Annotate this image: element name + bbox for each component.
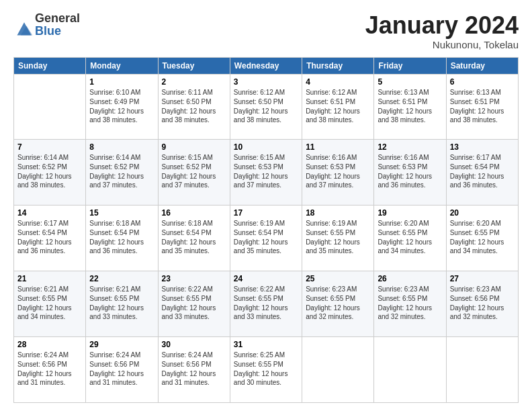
day-info: Sunrise: 6:16 AMSunset: 6:53 PMDaylight:… xyxy=(378,153,442,189)
daylight-text: Daylight: 12 hours and 33 minutes. xyxy=(89,304,154,321)
day-info: Sunrise: 6:24 AMSunset: 6:56 PMDaylight:… xyxy=(89,351,154,387)
logo-line1: General xyxy=(35,12,80,25)
calendar-cell: 8Sunrise: 6:14 AMSunset: 6:52 PMDaylight… xyxy=(86,140,158,205)
daylight-text: Daylight: 12 hours and 36 minutes. xyxy=(450,172,515,189)
sunrise-text: Sunrise: 6:22 AM xyxy=(234,285,298,294)
sunrise-text: Sunrise: 6:25 AM xyxy=(234,351,298,360)
calendar-cell: 20Sunrise: 6:20 AMSunset: 6:55 PMDayligh… xyxy=(446,205,518,271)
sunset-text: Sunset: 6:56 PM xyxy=(162,360,226,369)
title-block: January 2024 Nukunonu, Tokelau xyxy=(365,12,519,50)
day-number: 14 xyxy=(17,208,82,218)
day-info: Sunrise: 6:14 AMSunset: 6:52 PMDaylight:… xyxy=(89,153,154,189)
sunset-text: Sunset: 6:54 PM xyxy=(162,228,226,238)
sunrise-text: Sunrise: 6:12 AM xyxy=(234,88,298,97)
day-number: 26 xyxy=(378,274,442,283)
day-info: Sunrise: 6:24 AMSunset: 6:56 PMDaylight:… xyxy=(162,351,226,387)
location-subtitle: Nukunonu, Tokelau xyxy=(365,39,519,50)
sunrise-text: Sunrise: 6:14 AM xyxy=(17,153,82,163)
day-number: 27 xyxy=(450,274,515,283)
sunset-text: Sunset: 6:55 PM xyxy=(234,360,298,369)
week-row-3: 14Sunrise: 6:17 AMSunset: 6:54 PMDayligh… xyxy=(14,205,519,271)
sunset-text: Sunset: 6:54 PM xyxy=(89,228,154,238)
daylight-text: Daylight: 12 hours and 38 minutes. xyxy=(17,172,82,189)
daylight-text: Daylight: 12 hours and 33 minutes. xyxy=(162,304,226,321)
sunset-text: Sunset: 6:56 PM xyxy=(450,294,515,304)
day-number: 28 xyxy=(17,340,82,349)
sunset-text: Sunset: 6:53 PM xyxy=(234,163,298,172)
weekday-header-saturday: Saturday xyxy=(446,57,518,74)
page: General Blue January 2024 Nukunonu, Toke… xyxy=(0,0,532,411)
calendar-cell xyxy=(446,337,518,403)
sunrise-text: Sunrise: 6:15 AM xyxy=(162,153,226,163)
sunset-text: Sunset: 6:55 PM xyxy=(234,294,298,304)
calendar-cell: 26Sunrise: 6:23 AMSunset: 6:55 PMDayligh… xyxy=(374,271,446,337)
sunrise-text: Sunrise: 6:16 AM xyxy=(306,153,370,163)
sunset-text: Sunset: 6:51 PM xyxy=(450,97,515,107)
day-number: 29 xyxy=(89,340,154,349)
sunset-text: Sunset: 6:54 PM xyxy=(17,228,82,238)
day-number: 3 xyxy=(234,77,298,87)
calendar-cell: 22Sunrise: 6:21 AMSunset: 6:55 PMDayligh… xyxy=(86,271,158,337)
calendar-cell: 9Sunrise: 6:15 AMSunset: 6:52 PMDaylight… xyxy=(158,140,230,205)
weekday-header-monday: Monday xyxy=(86,57,158,74)
day-number: 6 xyxy=(450,77,515,87)
sunset-text: Sunset: 6:50 PM xyxy=(234,97,298,107)
logo-icon xyxy=(15,19,34,38)
day-number: 5 xyxy=(378,77,442,87)
sunset-text: Sunset: 6:55 PM xyxy=(450,228,515,238)
day-number: 24 xyxy=(234,274,298,283)
sunset-text: Sunset: 6:54 PM xyxy=(450,163,515,172)
day-number: 10 xyxy=(234,142,298,152)
day-info: Sunrise: 6:17 AMSunset: 6:54 PMDaylight:… xyxy=(450,153,515,189)
sunrise-text: Sunrise: 6:14 AM xyxy=(89,153,154,163)
weekday-header-sunday: Sunday xyxy=(14,57,86,74)
calendar-cell: 16Sunrise: 6:18 AMSunset: 6:54 PMDayligh… xyxy=(158,205,230,271)
sunrise-text: Sunrise: 6:24 AM xyxy=(162,351,226,360)
day-info: Sunrise: 6:22 AMSunset: 6:55 PMDaylight:… xyxy=(234,285,298,321)
sunset-text: Sunset: 6:56 PM xyxy=(89,360,154,369)
daylight-text: Daylight: 12 hours and 31 minutes. xyxy=(89,369,154,387)
sunset-text: Sunset: 6:53 PM xyxy=(378,163,442,172)
day-info: Sunrise: 6:22 AMSunset: 6:55 PMDaylight:… xyxy=(162,285,226,321)
day-number: 25 xyxy=(306,274,370,283)
day-info: Sunrise: 6:14 AMSunset: 6:52 PMDaylight:… xyxy=(17,153,82,189)
sunrise-text: Sunrise: 6:21 AM xyxy=(17,285,82,294)
sunset-text: Sunset: 6:55 PM xyxy=(378,294,442,304)
sunrise-text: Sunrise: 6:22 AM xyxy=(162,285,226,294)
day-info: Sunrise: 6:23 AMSunset: 6:55 PMDaylight:… xyxy=(306,285,370,321)
calendar-cell: 12Sunrise: 6:16 AMSunset: 6:53 PMDayligh… xyxy=(374,140,446,205)
week-row-5: 28Sunrise: 6:24 AMSunset: 6:56 PMDayligh… xyxy=(14,337,519,403)
sunrise-text: Sunrise: 6:19 AM xyxy=(306,219,370,228)
sunrise-text: Sunrise: 6:13 AM xyxy=(450,88,515,97)
sunrise-text: Sunrise: 6:23 AM xyxy=(306,285,370,294)
daylight-text: Daylight: 12 hours and 35 minutes. xyxy=(234,238,298,255)
day-number: 4 xyxy=(306,77,370,87)
sunrise-text: Sunrise: 6:20 AM xyxy=(378,219,442,228)
day-info: Sunrise: 6:16 AMSunset: 6:53 PMDaylight:… xyxy=(306,153,370,189)
calendar-cell: 23Sunrise: 6:22 AMSunset: 6:55 PMDayligh… xyxy=(158,271,230,337)
weekday-header-tuesday: Tuesday xyxy=(158,57,230,74)
calendar-cell: 27Sunrise: 6:23 AMSunset: 6:56 PMDayligh… xyxy=(446,271,518,337)
day-number: 9 xyxy=(162,142,226,152)
daylight-text: Daylight: 12 hours and 31 minutes. xyxy=(17,369,82,387)
calendar-cell: 4Sunrise: 6:12 AMSunset: 6:51 PMDaylight… xyxy=(302,74,374,140)
day-info: Sunrise: 6:15 AMSunset: 6:53 PMDaylight:… xyxy=(234,153,298,189)
day-info: Sunrise: 6:24 AMSunset: 6:56 PMDaylight:… xyxy=(17,351,82,387)
daylight-text: Daylight: 12 hours and 36 minutes. xyxy=(378,172,442,189)
daylight-text: Daylight: 12 hours and 35 minutes. xyxy=(162,238,226,255)
calendar-cell: 7Sunrise: 6:14 AMSunset: 6:52 PMDaylight… xyxy=(14,140,86,205)
daylight-text: Daylight: 12 hours and 34 minutes. xyxy=(450,238,515,255)
daylight-text: Daylight: 12 hours and 34 minutes. xyxy=(378,238,442,255)
sunset-text: Sunset: 6:51 PM xyxy=(378,97,442,107)
week-row-4: 21Sunrise: 6:21 AMSunset: 6:55 PMDayligh… xyxy=(14,271,519,337)
day-info: Sunrise: 6:12 AMSunset: 6:50 PMDaylight:… xyxy=(234,88,298,124)
calendar-cell: 25Sunrise: 6:23 AMSunset: 6:55 PMDayligh… xyxy=(302,271,374,337)
calendar-cell: 1Sunrise: 6:10 AMSunset: 6:49 PMDaylight… xyxy=(86,74,158,140)
sunrise-text: Sunrise: 6:24 AM xyxy=(17,351,82,360)
sunrise-text: Sunrise: 6:12 AM xyxy=(306,88,370,97)
day-info: Sunrise: 6:20 AMSunset: 6:55 PMDaylight:… xyxy=(450,219,515,255)
day-info: Sunrise: 6:12 AMSunset: 6:51 PMDaylight:… xyxy=(306,88,370,124)
day-info: Sunrise: 6:13 AMSunset: 6:51 PMDaylight:… xyxy=(378,88,442,124)
calendar-cell: 13Sunrise: 6:17 AMSunset: 6:54 PMDayligh… xyxy=(446,140,518,205)
day-number: 16 xyxy=(162,208,226,218)
